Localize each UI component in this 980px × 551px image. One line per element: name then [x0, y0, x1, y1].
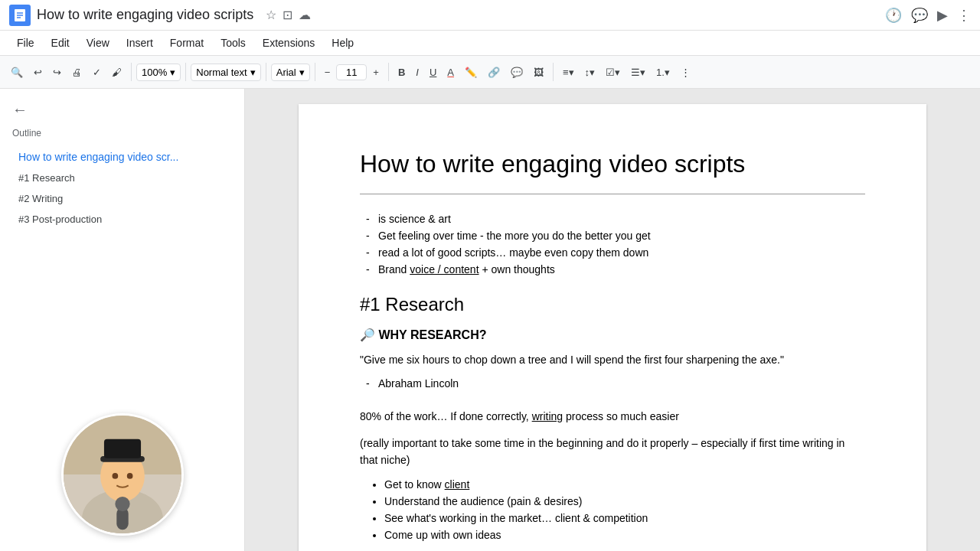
separator-1 — [131, 63, 132, 81]
font-size-input[interactable]: 11 — [336, 64, 367, 80]
intro-list: is science & art Get feeling over time -… — [360, 213, 865, 276]
quote-text: "Give me six hours to chop down a tree a… — [360, 351, 865, 368]
para-1: 80% of the work… If done correctly, writ… — [360, 408, 865, 425]
svg-point-11 — [115, 497, 129, 511]
menu-view[interactable]: View — [79, 34, 117, 52]
cloud-icon[interactable]: ☁ — [299, 8, 311, 22]
print-btn[interactable]: 🖨 — [67, 64, 87, 81]
chevron-down-icon: ▾ — [170, 67, 175, 78]
link-btn[interactable]: 🔗 — [483, 64, 505, 81]
separator-4 — [315, 63, 315, 81]
comment-btn[interactable]: 💬 — [506, 64, 528, 81]
why-research-heading: 🔎 WHY RESEARCH? — [360, 328, 865, 342]
more-icon[interactable]: ⋮ — [957, 7, 971, 24]
doc-divider — [360, 194, 865, 194]
menu-format[interactable]: Format — [162, 34, 211, 52]
intro-item-1: is science & art — [360, 213, 865, 225]
toolbar: 🔍 ↩ ↪ 🖨 ✓ 🖌 100% ▾ Normal text ▾ Arial ▾… — [0, 55, 980, 89]
menu-bar: File Edit View Insert Format Tools Exten… — [0, 31, 980, 55]
bullet-item-1: Get to know client — [384, 478, 865, 491]
history-icon[interactable]: 🕐 — [885, 7, 902, 24]
outline-item-postprod[interactable]: #3 Post-production — [12, 210, 232, 228]
bullet-list-btn[interactable]: ☰▾ — [626, 64, 650, 81]
chevron-down-icon: ▾ — [250, 67, 256, 78]
menu-help[interactable]: Help — [324, 34, 361, 52]
outline-label: Outline — [12, 128, 232, 139]
more-options-btn[interactable]: ⋮ — [676, 64, 695, 81]
checklist-btn[interactable]: ☑▾ — [601, 64, 625, 81]
menu-tools[interactable]: Tools — [213, 34, 253, 52]
outline-item-title[interactable]: How to write engaging video scr... — [12, 148, 232, 166]
font-size-decrease[interactable]: − — [320, 64, 335, 81]
sidebar: ← Outline How to write engaging video sc… — [0, 89, 245, 551]
bold-btn[interactable]: B — [394, 64, 410, 81]
svg-point-9 — [126, 473, 132, 479]
main-area: ← Outline How to write engaging video sc… — [0, 89, 980, 551]
document-area[interactable]: How to write engaging video scripts is s… — [245, 89, 980, 551]
title-icons: ☆ ⊡ ☁ — [266, 8, 311, 22]
title-bar: How to write engaging video scripts ☆ ⊡ … — [0, 0, 980, 31]
separator-3 — [266, 63, 266, 81]
menu-edit[interactable]: Edit — [44, 34, 77, 52]
highlight-btn[interactable]: ✏️ — [460, 64, 482, 81]
webcam-feed — [61, 413, 184, 536]
underline-writing: writing — [532, 410, 563, 422]
back-button[interactable]: ← — [12, 101, 232, 119]
intro-item-4: Brand voice / content + own thoughts — [360, 263, 865, 276]
zoom-select[interactable]: 100% ▾ — [136, 64, 181, 81]
quote-author: Abraham Lincoln — [360, 377, 865, 390]
star-icon[interactable]: ☆ — [266, 8, 276, 22]
research-bullet-list: Get to know client Understand the audien… — [360, 478, 865, 541]
bullet-item-4: Come up with own ideas — [384, 529, 865, 541]
paintformat-btn[interactable]: 🖌 — [107, 64, 126, 81]
outline-item-research[interactable]: #1 Research — [12, 169, 232, 187]
redo-btn[interactable]: ↪ — [48, 64, 66, 81]
research-heading: #1 Research — [360, 294, 865, 315]
italic-btn[interactable]: I — [411, 64, 423, 81]
bullet-item-2: Understand the audience (pain & desires) — [384, 495, 865, 507]
present-icon[interactable]: ▶ — [937, 7, 948, 24]
document-title: How to write engaging video scripts — [37, 7, 253, 23]
para-2: (really important to take some time in t… — [360, 435, 865, 469]
align-btn[interactable]: ≡▾ — [558, 64, 579, 81]
style-select[interactable]: Normal text ▾ — [191, 64, 260, 81]
underline-btn[interactable]: U — [425, 64, 441, 81]
bullet-item-3: See what's working in the market… client… — [384, 512, 865, 524]
font-select[interactable]: Arial ▾ — [271, 64, 310, 81]
underline-voice-content: voice / content — [410, 263, 479, 276]
svg-rect-7 — [103, 439, 140, 458]
svg-point-8 — [112, 473, 118, 479]
intro-item-2: Get feeling over time - the more you do … — [360, 230, 865, 242]
font-size-increase[interactable]: + — [368, 64, 384, 81]
separator-5 — [388, 63, 389, 81]
header-right-icons: 🕐 💬 ▶ ⋮ — [885, 7, 971, 24]
quote-attribution: Abraham Lincoln — [360, 377, 865, 390]
separator-2 — [185, 63, 186, 81]
separator-6 — [553, 63, 554, 81]
line-spacing-btn[interactable]: ↕▾ — [580, 64, 600, 81]
intro-item-3: read a lot of good scripts… maybe even c… — [360, 246, 865, 259]
doc-main-title: How to write engaging video scripts — [360, 150, 865, 178]
menu-extensions[interactable]: Extensions — [255, 34, 322, 52]
image-btn[interactable]: 🖼 — [529, 64, 548, 81]
doc-icon — [9, 5, 31, 26]
menu-insert[interactable]: Insert — [119, 34, 161, 52]
underline-client: client — [445, 478, 470, 491]
comments-icon[interactable]: 💬 — [911, 7, 928, 24]
document-page: How to write engaging video scripts is s… — [299, 104, 926, 551]
numbered-list-btn[interactable]: 1.▾ — [652, 64, 675, 81]
menu-file[interactable]: File — [9, 34, 42, 52]
undo-btn[interactable]: ↩ — [29, 64, 47, 81]
chevron-down-icon: ▾ — [299, 67, 305, 78]
outline-item-writing[interactable]: #2 Writing — [12, 190, 232, 207]
spellcheck-btn[interactable]: ✓ — [88, 64, 106, 81]
search-btn[interactable]: 🔍 — [6, 64, 28, 81]
folder-icon[interactable]: ⊡ — [283, 8, 292, 22]
text-color-btn[interactable]: A — [443, 64, 459, 81]
